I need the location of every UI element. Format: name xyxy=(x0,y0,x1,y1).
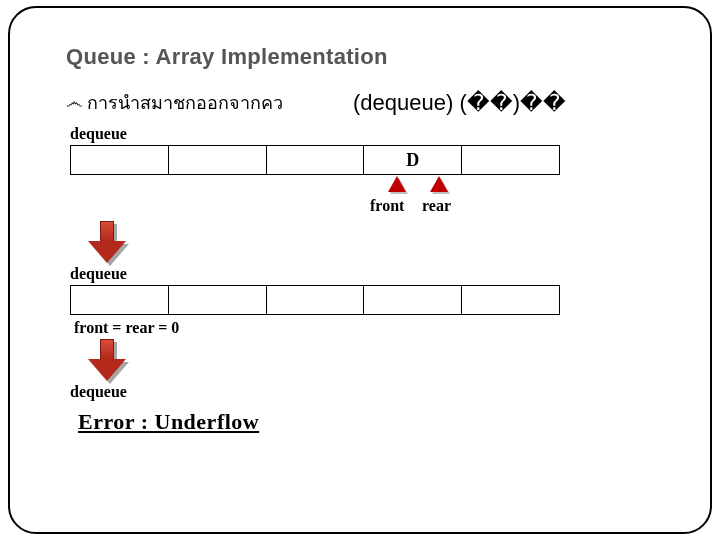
step1-array: D xyxy=(70,145,560,175)
step1-cell-4 xyxy=(462,145,560,175)
step1-pointer-arrows xyxy=(70,175,560,197)
error-underflow: Error : Underflow xyxy=(78,409,654,435)
transition-arrow-2 xyxy=(90,339,654,387)
front-arrow-icon xyxy=(388,176,406,192)
slide-title: Queue : Array Implementation xyxy=(66,44,654,70)
step1-cell-3: D xyxy=(364,145,462,175)
transition-arrow-1 xyxy=(90,221,654,269)
thai-text: การนำสมาชกออกจากคว xyxy=(87,88,283,117)
step2-cell-3 xyxy=(364,285,462,315)
rear-arrow-icon xyxy=(430,176,448,192)
swirl-icon: ෴ xyxy=(66,92,83,113)
subtitle-row: ෴ การนำสมาชกออกจากคว (dequeue) (��)�� xyxy=(66,88,654,117)
step1-pointer-labels: front rear xyxy=(70,197,560,219)
step2-result: front = rear = 0 xyxy=(74,319,654,337)
step2-cell-2 xyxy=(267,285,365,315)
slide-frame: Queue : Array Implementation ෴ การนำสมาช… xyxy=(8,6,712,534)
step1-cell-0 xyxy=(70,145,169,175)
step2-cell-0 xyxy=(70,285,169,315)
rear-label: rear xyxy=(422,197,451,215)
step1-cell-1 xyxy=(169,145,267,175)
down-arrow-icon xyxy=(90,221,124,263)
step2-cell-4 xyxy=(462,285,560,315)
step1-cell-2 xyxy=(267,145,365,175)
step2-cell-1 xyxy=(169,285,267,315)
step1-label: dequeue xyxy=(70,125,654,143)
step2-array xyxy=(70,285,560,315)
dequeue-heading: (dequeue) (��)�� xyxy=(353,90,566,116)
front-label: front xyxy=(370,197,404,215)
down-arrow-icon xyxy=(90,339,124,381)
